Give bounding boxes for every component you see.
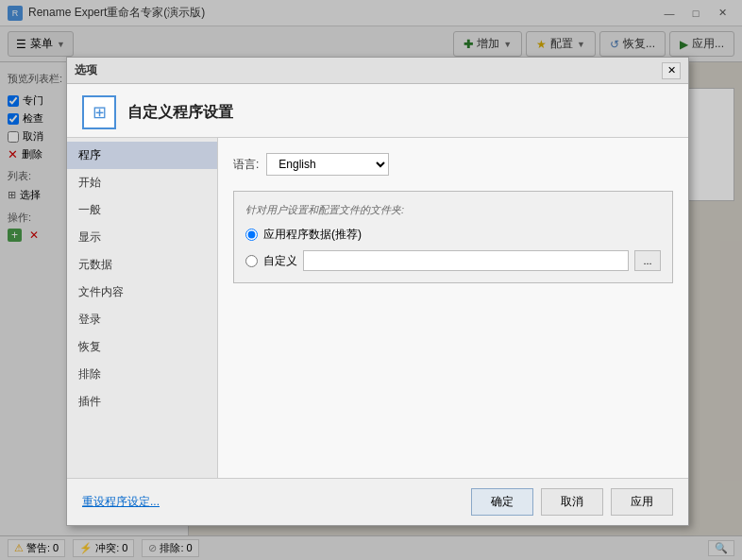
- radio-appdata[interactable]: [245, 229, 258, 241]
- modal-title-bar: 选项 ✕: [67, 58, 688, 84]
- custom-path-input[interactable]: [303, 250, 629, 271]
- settings-icon: ⊞: [93, 102, 107, 123]
- radio-appdata-row: 应用程序数据(推荐): [245, 227, 661, 243]
- language-label: 语言:: [233, 157, 259, 173]
- reset-link[interactable]: 重设程序设定...: [82, 494, 464, 510]
- modal-footer: 重设程序设定... 确定 取消 应用: [67, 478, 688, 525]
- ok-button[interactable]: 确定: [471, 488, 533, 516]
- language-row: 语言: English 中文 Deutsch Français 日本語: [233, 153, 673, 176]
- modal-header-title: 自定义程序设置: [127, 103, 233, 123]
- radio-appdata-label: 应用程序数据(推荐): [263, 227, 362, 243]
- cancel-button[interactable]: 取消: [541, 488, 603, 516]
- nav-item-start[interactable]: 开始: [67, 169, 217, 196]
- modal-title: 选项: [75, 62, 662, 78]
- nav-item-login[interactable]: 登录: [67, 306, 217, 333]
- options-dialog: 选项 ✕ ⊞ 自定义程序设置 程序 开始 一般 显示 元数据 文件内容 登录 恢…: [66, 57, 689, 526]
- modal-apply-button[interactable]: 应用: [611, 488, 673, 516]
- modal-header-icon: ⊞: [82, 95, 116, 129]
- modal-content: 语言: English 中文 Deutsch Français 日本語 针对用户…: [218, 138, 688, 478]
- browse-button[interactable]: ...: [634, 250, 661, 271]
- radio-custom-label: 自定义: [263, 253, 297, 269]
- nav-item-restore[interactable]: 恢复: [67, 333, 217, 361]
- radio-custom[interactable]: [245, 255, 258, 267]
- language-select[interactable]: English 中文 Deutsch Français 日本語: [266, 153, 389, 176]
- modal-close-button[interactable]: ✕: [662, 62, 681, 79]
- nav-item-display[interactable]: 显示: [67, 224, 217, 251]
- nav-item-general[interactable]: 一般: [67, 196, 217, 224]
- config-folder-box: 针对用户设置和配置文件的文件夹: 应用程序数据(推荐) 自定义 ...: [233, 191, 673, 283]
- modal-body: 程序 开始 一般 显示 元数据 文件内容 登录 恢复 排除 插件 语言: Eng…: [67, 138, 688, 478]
- modal-overlay: 选项 ✕ ⊞ 自定义程序设置 程序 开始 一般 显示 元数据 文件内容 登录 恢…: [0, 0, 742, 560]
- nav-item-exclude[interactable]: 排除: [67, 361, 217, 388]
- nav-item-program[interactable]: 程序: [67, 142, 217, 169]
- nav-item-plugin[interactable]: 插件: [67, 388, 217, 416]
- nav-item-metadata[interactable]: 元数据: [67, 251, 217, 279]
- modal-nav: 程序 开始 一般 显示 元数据 文件内容 登录 恢复 排除 插件: [67, 138, 218, 478]
- nav-item-file-content[interactable]: 文件内容: [67, 279, 217, 306]
- modal-header: ⊞ 自定义程序设置: [67, 84, 688, 138]
- config-folder-label: 针对用户设置和配置文件的文件夹:: [245, 203, 661, 217]
- radio-custom-row: 自定义 ...: [245, 250, 661, 271]
